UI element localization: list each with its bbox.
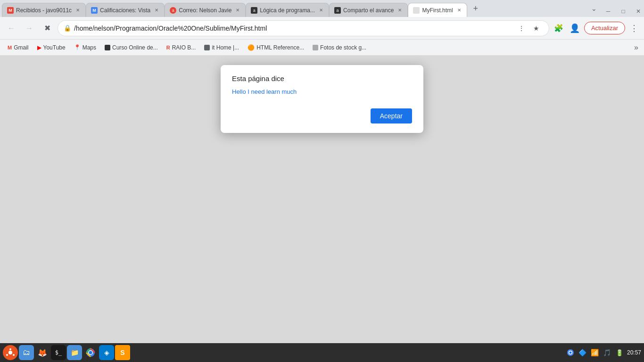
tab-overflow-button[interactable]: ⌄ — [589, 3, 599, 14]
tab-favicon-comparto: a — [334, 7, 341, 14]
taskbar-right: 🔷 📶 🎵 🔋 20:57 — [566, 348, 641, 357]
tab-close-myfirst[interactable]: ✕ — [455, 7, 463, 14]
firefox-icon[interactable]: 🦊 — [35, 345, 50, 360]
tab-correo[interactable]: a Correo: Nelson Javie ✕ — [165, 3, 246, 17]
star-icon[interactable]: ★ — [530, 22, 543, 35]
profile-icon[interactable]: 👤 — [568, 22, 581, 35]
address-bar-row: ← → ✖ 🔒 /home/nelson/Programacion/Oracle… — [0, 17, 644, 40]
back-button[interactable]: ← — [4, 21, 19, 36]
chrome-taskbar-icon[interactable] — [83, 345, 98, 360]
url-text: /home/nelson/Programacion/Oracle%20One/S… — [74, 25, 512, 32]
tab-recibidos[interactable]: M Recibidos - javo9011c ✕ — [2, 3, 86, 17]
fotos-favicon — [313, 45, 318, 50]
bookmark-gmail-label: Gmail — [14, 44, 28, 51]
bookmark-curso-label: Curso Online de... — [112, 44, 158, 51]
svg-point-3 — [6, 354, 8, 356]
bookmark-fotos[interactable]: Fotos de stock g... — [309, 42, 370, 53]
new-tab-button[interactable]: + — [469, 2, 482, 15]
tab-logica[interactable]: a Lógica de programa... ✕ — [246, 3, 329, 17]
forward-button[interactable]: → — [22, 21, 37, 36]
tab-calificaciones[interactable]: M Calificaciones: Vista ✕ — [86, 3, 165, 17]
ubuntu-icon[interactable] — [3, 345, 18, 360]
maps-favicon: 📍 — [74, 44, 81, 50]
page-content: Esta página dice Hello I need learn much… — [0, 56, 644, 343]
dialog-overlay: Esta página dice Hello I need learn much… — [0, 56, 644, 343]
extensions-icon[interactable]: 🧩 — [552, 22, 565, 35]
bookmark-maps-label: Maps — [83, 44, 96, 51]
tab-favicon-myfirst — [413, 7, 420, 14]
address-right-icons: ⋮ ★ — [515, 22, 543, 35]
bookmark-fotos-label: Fotos de stock g... — [320, 44, 366, 51]
tab-title-recibidos: Recibidos - javo9011c — [16, 7, 72, 14]
battery-icon[interactable]: 🔋 — [615, 348, 624, 357]
aceptar-button[interactable]: Aceptar — [371, 108, 412, 123]
tab-close-recibidos[interactable]: ✕ — [74, 7, 82, 14]
tab-favicon-logica: a — [251, 7, 257, 14]
menu-button[interactable]: ⋮ — [628, 21, 640, 35]
tab-close-correo[interactable]: ✕ — [234, 7, 241, 14]
bookmarks-overflow-button[interactable]: » — [632, 41, 640, 54]
bookmark-raio[interactable]: R RAIO B... — [163, 42, 200, 53]
close-window-button[interactable]: ✕ — [633, 6, 644, 17]
nautilus-icon[interactable]: 📁 — [67, 345, 82, 360]
window-controls: ─ □ ✕ — [603, 6, 644, 17]
share-icon[interactable]: ⋮ — [515, 22, 528, 35]
bookmarks-bar: M Gmail ▶ YouTube 📍 Maps Curso Online de… — [0, 40, 644, 56]
svg-point-1 — [8, 351, 12, 354]
tab-title-logica: Lógica de programa... — [260, 7, 315, 14]
tab-close-comparto[interactable]: ✕ — [396, 7, 404, 14]
svg-point-7 — [89, 351, 92, 354]
svg-point-10 — [569, 352, 571, 354]
lock-icon: 🔒 — [64, 25, 71, 32]
bookmark-maps[interactable]: 📍 Maps — [70, 42, 100, 53]
bookmark-ithome-label: it Home |... — [212, 44, 239, 51]
sound-icon[interactable]: 🎵 — [603, 348, 612, 357]
dialog-box: Esta página dice Hello I need learn much… — [221, 65, 423, 133]
svg-point-4 — [13, 354, 15, 356]
ithome-favicon — [204, 45, 210, 50]
youtube-favicon: ▶ — [37, 44, 41, 51]
tab-favicon-correo: a — [170, 7, 176, 14]
wifi-icon[interactable]: 📶 — [590, 348, 600, 357]
taskbar-time: 20:57 — [627, 349, 641, 356]
tab-title-cal: Calificaciones: Vista — [100, 7, 150, 14]
reload-button[interactable]: ✖ — [40, 21, 55, 36]
curso-favicon — [105, 45, 110, 50]
tab-comparto[interactable]: a Comparto el avance ✕ — [329, 3, 408, 17]
vscode-icon[interactable]: ◈ — [99, 345, 114, 360]
dialog-footer: Aceptar — [232, 108, 412, 123]
dialog-message: Hello I need learn much — [232, 88, 412, 95]
bookmark-htmlref-label: HTML Reference... — [256, 44, 304, 51]
maximize-button[interactable]: □ — [618, 6, 629, 17]
svg-point-2 — [9, 348, 11, 350]
dialog-title: Esta página dice — [232, 74, 412, 82]
gmail-favicon: M — [8, 45, 12, 50]
raio-favicon: R — [166, 45, 170, 50]
htmlref-favicon: 🟠 — [248, 44, 255, 51]
minimize-button[interactable]: ─ — [603, 6, 614, 17]
terminal-icon[interactable]: $_ — [51, 345, 66, 360]
bookmark-gmail[interactable]: M Gmail — [4, 42, 33, 53]
tab-favicon-cal: M — [91, 7, 98, 14]
tab-title-comparto: Comparto el avance — [343, 7, 394, 14]
tab-title-myfirst: MyFirst.html — [422, 7, 453, 14]
bookmark-raio-label: RAIO B... — [172, 44, 196, 51]
tab-title-correo: Correo: Nelson Javie — [179, 7, 231, 14]
bookmark-youtube-label: YouTube — [43, 44, 66, 51]
bookmark-ithome[interactable]: it Home |... — [200, 42, 243, 53]
tab-close-cal[interactable]: ✕ — [153, 7, 160, 14]
sublime-icon[interactable]: S — [115, 345, 130, 360]
tab-close-logica[interactable]: ✕ — [317, 7, 325, 14]
address-bar[interactable]: 🔒 /home/nelson/Programacion/Oracle%20One… — [58, 20, 549, 36]
bookmark-curso[interactable]: Curso Online de... — [101, 42, 162, 53]
bluetooth-icon[interactable]: 🔷 — [578, 348, 587, 357]
bookmark-youtube[interactable]: ▶ YouTube — [33, 42, 69, 53]
bookmark-htmlref[interactable]: 🟠 HTML Reference... — [244, 42, 308, 53]
files-icon[interactable]: 🗂 — [19, 345, 34, 360]
tab-myfirst[interactable]: MyFirst.html ✕ — [408, 3, 467, 17]
tab-favicon-gmail: M — [7, 7, 14, 14]
actualizar-button[interactable]: Actualizar — [584, 22, 625, 34]
taskbar: 🗂 🦊 $_ 📁 ◈ S 🔷 📶 — [0, 343, 644, 362]
chrome-tray-icon[interactable] — [566, 348, 575, 357]
tabs-row: M Recibidos - javo9011c ✕ M Calificacion… — [0, 0, 644, 17]
